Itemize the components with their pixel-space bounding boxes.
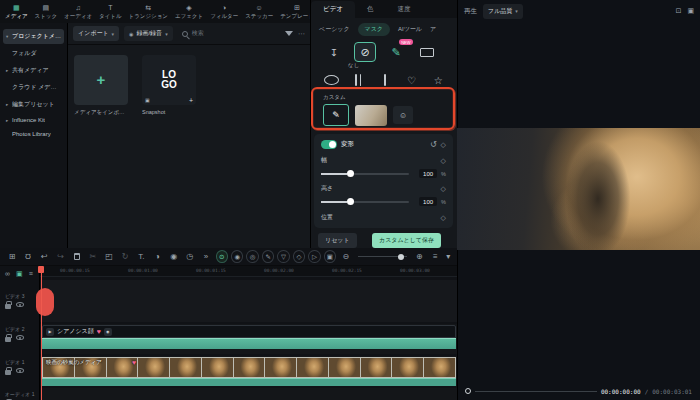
sidebar-item-project-media[interactable]: ▾プロジェクトメディ... [3, 29, 64, 44]
subtab-mask[interactable]: マスク [358, 23, 390, 36]
record-dropdown[interactable]: ◉録画/録音▾ [124, 26, 173, 41]
import-media-tile[interactable]: + [74, 55, 128, 105]
tab-speed[interactable]: 速度 [385, 1, 422, 18]
link-clips-icon[interactable]: ∞ [5, 270, 10, 278]
text-tool-icon[interactable]: T. [133, 252, 149, 261]
zoom-slider-handle[interactable] [398, 254, 404, 260]
width-value[interactable]: 100 [419, 169, 437, 178]
add-to-timeline-icon[interactable]: + [189, 97, 193, 104]
chevron-down-icon[interactable]: ▾ [444, 252, 454, 261]
track-manager-icon[interactable]: ≡ [29, 270, 33, 278]
keyframe-tool-icon[interactable]: ⊙ [216, 250, 228, 263]
reset-button[interactable]: リセット [318, 233, 357, 248]
toggle-visibility-icon[interactable] [16, 302, 24, 307]
filter-funnel-icon[interactable] [285, 31, 293, 36]
import-button[interactable]: インポート▾ [73, 26, 119, 41]
shield-tool-icon[interactable]: ▽ [277, 250, 289, 263]
record-tool-icon[interactable]: ◉ [231, 250, 243, 263]
mask-parallel-lines-icon[interactable] [350, 70, 368, 90]
mask-rectangle-icon[interactable] [416, 42, 438, 62]
keyframe-icon[interactable]: ◇ [441, 157, 446, 165]
mask-import-icon[interactable]: ↧ [323, 42, 345, 62]
undo-icon[interactable]: ↩ [36, 252, 52, 261]
subtab-animation[interactable]: ア [430, 25, 436, 34]
rotate-icon[interactable]: ↻ [117, 252, 133, 261]
mask-tool-icon[interactable]: ◑ [149, 252, 165, 261]
keyframe-icon[interactable]: ◇ [441, 185, 446, 193]
snapshot-tile[interactable]: LOGO ▣ + [142, 55, 196, 105]
custom-mask-2-thumbnail[interactable] [355, 105, 387, 126]
lock-track-icon[interactable] [5, 370, 11, 375]
width-slider[interactable] [321, 173, 409, 175]
search-input[interactable]: 検索 [178, 26, 280, 41]
menu-item-transitions[interactable]: ⇆トランジション [126, 3, 171, 21]
more-options-icon[interactable]: ⋯ [298, 30, 305, 38]
sidebar-item-influence-kit[interactable]: ▸Influence Kit [3, 114, 64, 126]
toggle-visibility-icon[interactable] [16, 335, 24, 340]
menu-item-stock[interactable]: ▤ストック [32, 3, 61, 21]
clip-video1-filmstrip[interactable]: 映画の砂嵐のメディア ♥ [42, 357, 456, 378]
track-audio1[interactable] [40, 388, 457, 400]
timeline-ruler[interactable]: 00:00:00:15 00:00:01:00 00:00:01:15 00:0… [40, 266, 457, 277]
auto-ripple-icon[interactable]: ▣ [16, 270, 23, 278]
clip-video3-short[interactable] [36, 288, 54, 316]
lock-track-icon[interactable] [5, 304, 11, 309]
lock-track-icon[interactable] [5, 337, 11, 342]
menu-item-titles[interactable]: Tタイトル [96, 3, 125, 21]
mini-player-icon[interactable]: ⊡ [676, 7, 682, 15]
sidebar-item-photos-library[interactable]: Photos Library [3, 128, 64, 140]
mask-none-icon[interactable]: ⊘ [354, 42, 376, 62]
seek-bar[interactable] [475, 391, 597, 392]
clip-video2-header[interactable]: ▶ シアノシス顔 ♥ ◉ [42, 325, 456, 338]
sidebar-item-folder[interactable]: フォルダ [3, 46, 64, 61]
marker-flag-icon[interactable]: ▷ [308, 250, 320, 263]
speed-tool-icon[interactable]: ◎ [246, 250, 258, 263]
keyframe-icon[interactable]: ◇ [441, 141, 446, 149]
tab-video[interactable]: ビデオ [311, 1, 355, 18]
video-viewport[interactable] [457, 128, 700, 250]
slider-handle[interactable] [347, 198, 354, 205]
delete-icon[interactable] [69, 252, 85, 262]
mask-star-icon[interactable]: ☆ [429, 70, 447, 90]
zoom-out-icon[interactable]: ⊖ [338, 252, 354, 261]
transform-toggle[interactable] [321, 140, 337, 149]
menu-item-filters[interactable]: ◑フィルター [207, 3, 241, 21]
height-value[interactable]: 100 [419, 197, 437, 206]
more-tools-icon[interactable]: » [198, 252, 214, 261]
zoom-in-icon[interactable]: ⊕ [411, 252, 427, 261]
clip-video2-body[interactable] [42, 338, 456, 349]
snap-icon[interactable]: ⊞ [4, 252, 20, 261]
menu-item-media[interactable]: ▦メディア [2, 3, 31, 21]
track-video3[interactable] [40, 280, 457, 322]
timeline-zoom-slider[interactable] [358, 256, 407, 258]
track-height-icon[interactable]: ≡ [427, 252, 443, 261]
sidebar-item-shared-media[interactable]: ▸共有メディア [3, 63, 64, 78]
toggle-visibility-icon[interactable] [16, 368, 24, 373]
reset-transform-icon[interactable]: ↺ [430, 140, 437, 149]
mask-line-icon[interactable] [376, 70, 394, 90]
menu-item-effects[interactable]: ◈エフェクト [172, 3, 206, 21]
draw-tool-icon[interactable]: ✎ [262, 250, 274, 263]
mask-ellipse-icon[interactable] [323, 70, 341, 90]
crop-icon[interactable]: ◰ [101, 252, 117, 261]
sidebar-item-edit-presets[interactable]: ▸編集プリセット [3, 97, 64, 112]
slider-handle[interactable] [347, 170, 354, 177]
custom-mask-3[interactable]: ☺ [393, 106, 413, 124]
menu-item-stickers[interactable]: ☺ステッカー [242, 3, 276, 21]
export-frame-icon[interactable]: ▣ [324, 250, 336, 263]
chroma-key-icon[interactable]: ◉ [166, 252, 182, 261]
tab-color[interactable]: 色 [355, 1, 386, 18]
keyframe-icon[interactable]: ◇ [441, 214, 446, 222]
magnet-icon[interactable]: Ω [20, 252, 36, 261]
quality-selector[interactable]: フル品質▾ [483, 4, 523, 19]
render-preview-icon[interactable]: ◷ [182, 252, 198, 261]
height-slider[interactable] [321, 201, 409, 203]
seek-handle[interactable] [465, 388, 471, 394]
mask-draw-icon[interactable]: ✎NEW [385, 42, 407, 62]
split-icon[interactable]: ✂ [85, 252, 101, 261]
subtab-ai-tools[interactable]: AIツール [398, 25, 422, 34]
menu-item-audio[interactable]: ♫オーディオ [61, 3, 95, 21]
playhead-line[interactable] [41, 266, 42, 400]
snapshot-icon[interactable]: ▣ [687, 7, 694, 15]
sidebar-item-cloud-media[interactable]: クラウド メディア [3, 80, 64, 95]
